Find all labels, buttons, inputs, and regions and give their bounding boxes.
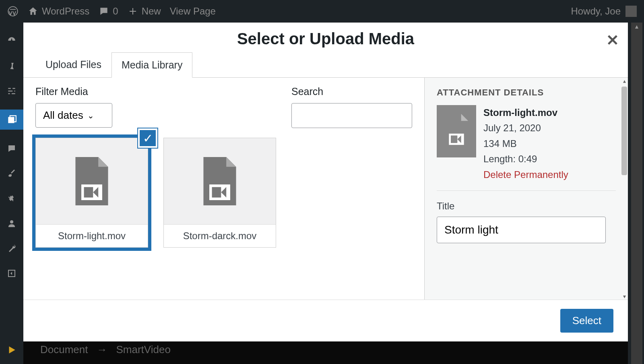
comments-count: 0 xyxy=(113,6,118,17)
svg-rect-11 xyxy=(212,187,221,198)
modal-header: Select or Upload Media ✕ xyxy=(23,23,628,52)
filter-media-label: Filter Media xyxy=(35,86,259,97)
tab-media-library[interactable]: Media Library xyxy=(111,52,192,78)
howdy-text[interactable]: Howdy, Joe xyxy=(571,6,621,17)
comment-icon xyxy=(98,6,109,17)
home-icon xyxy=(27,6,39,17)
view-page-link[interactable]: View Page xyxy=(170,6,216,17)
tab-upload-files[interactable]: Upload Files xyxy=(35,52,111,77)
search-input[interactable] xyxy=(291,103,412,128)
tools-icon[interactable] xyxy=(6,242,18,254)
title-field-label: Title xyxy=(437,201,616,212)
details-length: Length: 0:49 xyxy=(483,151,568,167)
modal-tabs: Upload Files Media Library xyxy=(23,52,628,77)
close-icon[interactable]: ✕ xyxy=(606,31,619,49)
scrollbar-thumb[interactable] xyxy=(621,87,627,175)
details-filename: Storm-light.mov xyxy=(483,105,568,120)
site-link[interactable]: WordPress xyxy=(27,6,89,17)
avatar[interactable] xyxy=(625,6,637,17)
wordpress-logo-icon[interactable] xyxy=(7,6,19,17)
scroll-down-icon[interactable]: ▾ xyxy=(621,293,628,300)
play-icon[interactable] xyxy=(6,344,18,356)
details-thumbnail xyxy=(437,105,476,157)
title-input[interactable] xyxy=(437,217,606,243)
pin-icon[interactable] xyxy=(6,60,18,72)
admin-sidebar xyxy=(0,23,23,364)
media-item[interactable]: Storm-darck.mov xyxy=(163,138,276,248)
svg-marker-5 xyxy=(9,346,15,353)
new-content-link[interactable]: New xyxy=(127,6,161,17)
modal-footer: Select xyxy=(23,300,628,341)
search-label: Search xyxy=(291,86,412,97)
scroll-up-icon[interactable]: ▴ xyxy=(621,78,628,84)
breadcrumb-root[interactable]: Document xyxy=(40,343,88,356)
brush-icon[interactable] xyxy=(6,168,18,180)
media-icon[interactable] xyxy=(0,110,23,130)
media-item[interactable]: ✓ Storm-light.mov xyxy=(35,138,148,248)
admin-bar: WordPress 0 New View Page Howdy, Joe xyxy=(0,0,644,23)
breadcrumb: Document → SmartVideo xyxy=(40,343,171,356)
svg-point-3 xyxy=(10,220,13,223)
media-filename: Storm-darck.mov xyxy=(164,225,276,247)
details-heading: ATTACHMENT DETAILS xyxy=(437,87,616,98)
collapse-icon[interactable] xyxy=(6,267,18,279)
chevron-down-icon: ⌄ xyxy=(87,111,94,120)
delete-permanently-link[interactable]: Delete Permanently xyxy=(483,167,568,182)
plus-icon xyxy=(127,6,138,17)
library-main: Filter Media All dates ⌄ Search ✓ xyxy=(23,78,425,300)
details-date: July 21, 2020 xyxy=(483,120,568,136)
panel-scrollbar[interactable]: ▴ ▾ xyxy=(621,78,628,300)
svg-rect-8 xyxy=(84,187,93,198)
modal-title: Select or Upload Media xyxy=(23,30,628,48)
plugins-icon[interactable] xyxy=(6,192,18,205)
scroll-up-icon[interactable]: ▲ xyxy=(631,23,642,31)
user-icon[interactable] xyxy=(6,217,18,230)
select-button[interactable]: Select xyxy=(560,309,613,333)
date-filter-value: All dates xyxy=(43,109,83,122)
media-grid: ✓ Storm-light.mov Storm-darck.mov xyxy=(35,138,412,248)
selected-check-icon[interactable]: ✓ xyxy=(138,128,157,148)
page-scrollbar[interactable]: ▲ xyxy=(631,23,642,364)
media-modal: Select or Upload Media ✕ Upload Files Me… xyxy=(23,23,628,341)
new-label: New xyxy=(142,6,161,17)
comment-admin-icon[interactable] xyxy=(6,143,18,155)
sliders-icon[interactable] xyxy=(6,85,18,97)
media-thumbnail xyxy=(36,138,148,225)
svg-rect-14 xyxy=(451,136,457,143)
attachment-details-panel: ATTACHMENT DETAILS Storm-light.mov July … xyxy=(425,78,628,300)
comments-link[interactable]: 0 xyxy=(98,6,118,17)
media-filename: Storm-light.mov xyxy=(36,225,148,247)
breadcrumb-arrow: → xyxy=(97,343,107,356)
site-name: WordPress xyxy=(42,6,89,17)
divider xyxy=(437,190,616,191)
date-filter-select[interactable]: All dates ⌄ xyxy=(35,103,112,128)
breadcrumb-current[interactable]: SmartVideo xyxy=(116,343,171,356)
details-size: 134 MB xyxy=(483,136,568,151)
media-thumbnail xyxy=(164,138,276,225)
dashboard-icon[interactable] xyxy=(6,35,18,47)
modal-body: Filter Media All dates ⌄ Search ✓ xyxy=(23,77,628,300)
